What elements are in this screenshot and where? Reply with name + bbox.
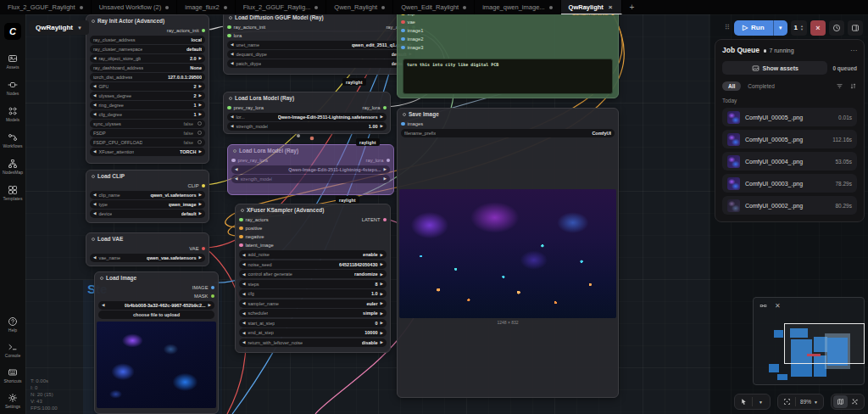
arrow-left-icon[interactable]: ◀ bbox=[235, 167, 237, 171]
collapse-dot-icon[interactable] bbox=[403, 113, 406, 116]
arrow-left-icon[interactable]: ◀ bbox=[231, 61, 233, 65]
widget-ring-degree[interactable]: ◀ring_degree1▶ bbox=[90, 101, 205, 109]
sidebar-item-shortcuts[interactable]: Shortcuts bbox=[0, 366, 25, 385]
arrow-right-icon[interactable]: ▶ bbox=[381, 282, 383, 286]
arrow-left-icon[interactable]: ◀ bbox=[231, 115, 233, 119]
arrow-right-icon[interactable]: ▶ bbox=[384, 167, 387, 171]
node-load-image[interactable]: Load ImageIMAGEMASK◀0b4bb008-3a32-462c-9… bbox=[94, 271, 219, 414]
arrow-right-icon[interactable]: ▶ bbox=[381, 321, 383, 325]
widget-lor-[interactable]: ◀lor...Qwen-Image-Edit-2511-Lightning.sa… bbox=[227, 113, 387, 121]
arrow-right-icon[interactable]: ▶ bbox=[381, 340, 383, 344]
tab-qwen-raylight[interactable]: Qwen_Raylight bbox=[326, 0, 393, 14]
widget-fsdp-cpu-offload[interactable]: FSDP_CPU_OFFLOADfalse bbox=[90, 138, 205, 147]
widget-combo[interactable]: ◀0b4bb008-3a32-462c-9967-652b9c2...▶ bbox=[98, 301, 214, 310]
arrow-right-icon[interactable]: ▶ bbox=[199, 103, 202, 107]
arrow-right-icon[interactable]: ▶ bbox=[381, 311, 383, 316]
arrow-right-icon[interactable]: ▶ bbox=[381, 262, 383, 266]
arrow-left-icon[interactable]: ◀ bbox=[231, 42, 233, 47]
input-port[interactable] bbox=[227, 106, 231, 110]
arrow-left-icon[interactable]: ◀ bbox=[231, 124, 233, 128]
batch-count-stepper[interactable]: 1 ▲▼ bbox=[791, 20, 807, 36]
input-port[interactable] bbox=[401, 122, 405, 126]
widget-vae-name[interactable]: ◀vae_nameqwen_vae.safetensors▶ bbox=[90, 254, 205, 262]
widget-ray-cluster-namespace[interactable]: ray_cluster_namespacedefault bbox=[90, 45, 205, 53]
filter-icon[interactable] bbox=[836, 82, 843, 90]
arrow-left-icon[interactable]: ◀ bbox=[242, 311, 245, 316]
widget-add-noise[interactable]: ◀add_noiseenable▶ bbox=[239, 250, 387, 259]
input-port[interactable] bbox=[231, 159, 236, 163]
widget-patch-dtype[interactable]: ◀patch_dtypedefault▶ bbox=[227, 59, 415, 68]
input-port[interactable] bbox=[227, 34, 231, 38]
arrow-right-icon[interactable]: ▶ bbox=[199, 255, 202, 260]
arrow-left-icon[interactable]: ◀ bbox=[242, 272, 245, 277]
widget-gpu[interactable]: ◀GPU2▶ bbox=[90, 82, 205, 91]
node-load-vae[interactable]: Load VAEVAE◀vae_nameqwen_vae.safetensors… bbox=[86, 232, 209, 266]
job-row[interactable]: ComfyUI_00003_.png78.29s bbox=[722, 174, 857, 193]
arrow-left-icon[interactable]: ◀ bbox=[242, 340, 245, 344]
arrow-left-icon[interactable]: ◀ bbox=[93, 93, 96, 98]
collapse-dot-icon[interactable] bbox=[92, 238, 95, 241]
minimap-options-icon[interactable] bbox=[760, 302, 767, 310]
new-tab-button[interactable]: + bbox=[622, 0, 643, 14]
arrow-left-icon[interactable]: ◀ bbox=[93, 103, 96, 107]
sidebar-item-help[interactable]: Help bbox=[0, 315, 25, 334]
widget-clip-name[interactable]: ◀clip_nameqwen_vl.safetensors▶ bbox=[90, 191, 205, 199]
arrow-left-icon[interactable]: ◀ bbox=[102, 303, 104, 307]
widget-cfg-degree[interactable]: ◀cfg_degree1▶ bbox=[90, 110, 205, 119]
node-load-clip[interactable]: Load CLIPCLIP◀clip_nameqwen_vl.safetenso… bbox=[86, 170, 209, 223]
input-port[interactable] bbox=[239, 243, 243, 248]
widget-torch-dist-address[interactable]: torch_dist_address127.0.0.1:29500 bbox=[90, 73, 205, 81]
output-port[interactable] bbox=[202, 184, 206, 188]
widget-scheduler[interactable]: ◀schedulersimple▶ bbox=[239, 309, 387, 317]
workflow-selector[interactable]: QwRaylight ▼ bbox=[29, 20, 89, 35]
arrow-left-icon[interactable]: ◀ bbox=[242, 262, 245, 266]
tab-flux-2-gguf-raylight[interactable]: Flux_2_GGUF_Raylight bbox=[0, 0, 92, 14]
sidebar-item-models[interactable]: Models bbox=[0, 104, 25, 124]
show-assets-button[interactable]: Show assets bbox=[722, 61, 827, 75]
sidebar-item-nodesmap[interactable]: NodesMap bbox=[0, 157, 25, 176]
tab-image-flux2[interactable]: image_flux2 bbox=[177, 0, 235, 14]
drag-handle[interactable]: ⠿ bbox=[725, 26, 731, 30]
job-row[interactable]: ComfyUI_00004_.png53.05s bbox=[722, 152, 857, 171]
output-port[interactable] bbox=[211, 294, 215, 299]
arrow-left-icon[interactable]: ◀ bbox=[93, 193, 96, 197]
widget-sync-ulysses[interactable]: sync_ulyssesfalse bbox=[90, 120, 205, 128]
sidebar-item-workflows[interactable]: Workflows bbox=[0, 131, 25, 150]
job-row[interactable]: ComfyUI_00005_.png0.01s bbox=[722, 108, 857, 126]
arrow-left-icon[interactable]: ◀ bbox=[93, 202, 96, 206]
input-port[interactable] bbox=[239, 218, 243, 222]
queue-menu-button[interactable]: ⋯ bbox=[850, 47, 857, 54]
sidebar-item-templates[interactable]: Templates bbox=[0, 183, 25, 203]
arrow-right-icon[interactable]: ▶ bbox=[381, 331, 383, 335]
node-load-diffusion-gguf[interactable]: Load Diffusion GGUF Model (Ray)ray_actor… bbox=[223, 11, 420, 75]
arrow-left-icon[interactable]: ◀ bbox=[93, 149, 96, 154]
job-row[interactable]: ComfyUI_00005_.png112.16s bbox=[722, 130, 857, 148]
widget-ray-dashboard-address[interactable]: ray_dashboard_addressNone bbox=[90, 64, 205, 72]
input-port[interactable] bbox=[239, 227, 243, 231]
arrow-left-icon[interactable]: ◀ bbox=[231, 52, 233, 56]
sidebar-item-assets[interactable]: Assets bbox=[0, 52, 25, 71]
input-port[interactable] bbox=[401, 37, 405, 42]
output-port[interactable] bbox=[383, 106, 387, 110]
collapse-dot-icon[interactable] bbox=[100, 277, 103, 280]
widget-strength-model[interactable]: ◀strength_model▶ bbox=[231, 175, 390, 183]
toggle-icon[interactable] bbox=[198, 131, 202, 135]
arrow-right-icon[interactable]: ▶ bbox=[381, 115, 383, 119]
tab-flux-2-gguf-raylig-[interactable]: Flux_2_GGUF_Raylig... bbox=[236, 0, 327, 14]
input-port[interactable] bbox=[401, 46, 405, 50]
collapse-dot-icon[interactable] bbox=[241, 209, 244, 212]
tab-image-qwen-image-[interactable]: image_qwen_image... bbox=[475, 0, 560, 14]
arrow-left-icon[interactable]: ◀ bbox=[93, 56, 96, 60]
widget-end-at-step[interactable]: ◀end_at_step10000▶ bbox=[239, 328, 387, 337]
minimap-viewport[interactable] bbox=[784, 323, 865, 364]
collapse-dot-icon[interactable] bbox=[92, 175, 95, 178]
node-ray-init-actor[interactable]: Ray Init Actor (Advanced)ray_actors_init… bbox=[86, 14, 209, 164]
output-port[interactable] bbox=[202, 29, 206, 33]
input-port[interactable] bbox=[227, 25, 231, 30]
collapse-dot-icon[interactable] bbox=[229, 16, 232, 20]
toggle-links-button[interactable] bbox=[848, 395, 862, 408]
tab-qwraylight[interactable]: QwRaylight× bbox=[561, 0, 622, 14]
arrow-left-icon[interactable]: ◀ bbox=[242, 282, 245, 286]
toggle-icon[interactable] bbox=[198, 121, 202, 126]
cancel-run-button[interactable]: × bbox=[810, 20, 826, 36]
